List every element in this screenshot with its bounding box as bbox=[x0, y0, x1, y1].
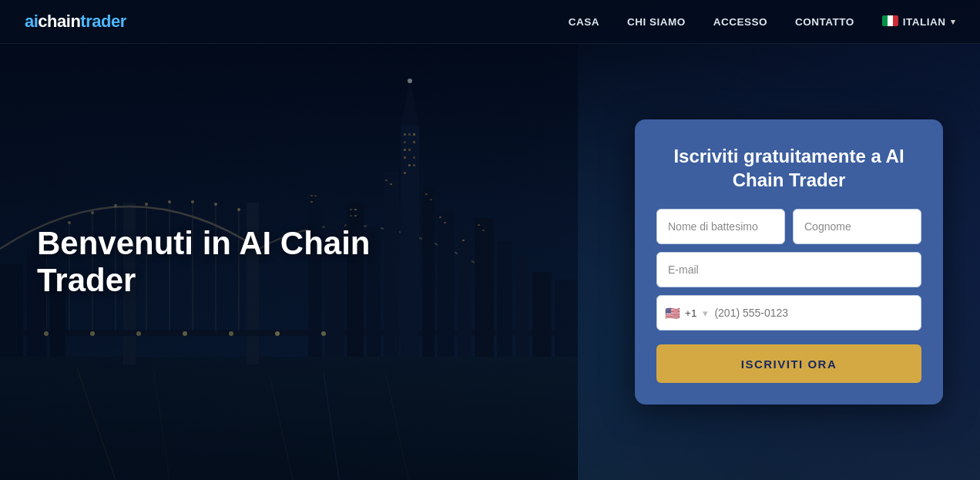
name-row bbox=[656, 209, 921, 244]
chevron-down-icon: ▾ bbox=[951, 17, 956, 27]
email-input[interactable] bbox=[656, 252, 921, 287]
nav-links: CASA CHI SIAMO ACCESSO CONTATTO bbox=[569, 15, 854, 29]
form-title: Iscriviti gratuitamente a AI Chain Trade… bbox=[656, 144, 921, 192]
nav-link-accesso[interactable]: ACCESSO bbox=[713, 16, 767, 28]
nav-item-accesso[interactable]: ACCESSO bbox=[713, 15, 767, 29]
language-selector[interactable]: ITALIAN ▾ bbox=[882, 15, 955, 29]
phone-divider: ▾ bbox=[703, 307, 708, 319]
email-row bbox=[656, 252, 921, 287]
hero-text: Benvenuti in AI Chain Trader bbox=[37, 225, 635, 300]
nav-link-chi-siamo[interactable]: CHI SIAMO bbox=[627, 16, 686, 28]
navbar: aichaintrader CASA CHI SIAMO ACCESSO CON… bbox=[0, 0, 980, 44]
hero-content: Benvenuti in AI Chain Trader Iscriviti g… bbox=[0, 44, 980, 480]
italian-flag-icon bbox=[882, 15, 898, 29]
submit-button[interactable]: ISCRIVITI ORA bbox=[656, 344, 921, 383]
logo-ai: ai bbox=[25, 12, 38, 32]
first-name-input[interactable] bbox=[656, 209, 785, 244]
logo[interactable]: aichaintrader bbox=[25, 12, 126, 32]
nav-item-casa[interactable]: CASA bbox=[569, 15, 599, 29]
nav-item-contatto[interactable]: CONTATTO bbox=[795, 15, 854, 29]
nav-link-casa[interactable]: CASA bbox=[569, 16, 599, 28]
phone-input[interactable] bbox=[714, 307, 913, 319]
us-flag-icon: 🇺🇸 bbox=[665, 306, 680, 321]
logo-chain: chain bbox=[38, 12, 80, 32]
nav-item-chi-siamo[interactable]: CHI SIAMO bbox=[627, 15, 686, 29]
hero-title: Benvenuti in AI Chain Trader bbox=[37, 225, 468, 300]
last-name-input[interactable] bbox=[793, 209, 921, 244]
nav-link-contatto[interactable]: CONTATTO bbox=[795, 16, 854, 28]
phone-code: +1 bbox=[685, 307, 696, 319]
phone-row: 🇺🇸 +1 ▾ bbox=[656, 295, 921, 331]
language-label: ITALIAN bbox=[903, 16, 946, 28]
logo-trader: trader bbox=[80, 12, 126, 32]
registration-form-card: Iscriviti gratuitamente a AI Chain Trade… bbox=[635, 119, 943, 404]
